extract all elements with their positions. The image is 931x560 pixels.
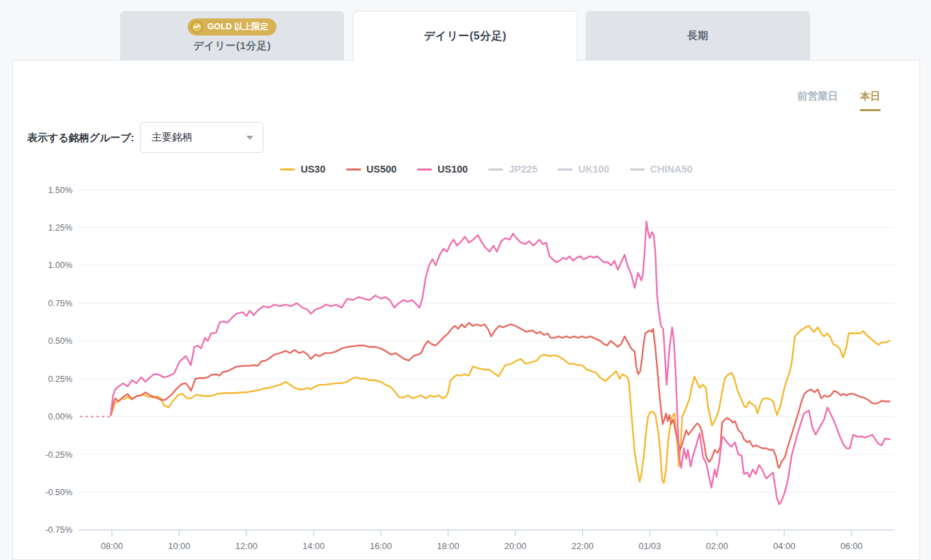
symbol-group-value: 主要銘柄 (152, 131, 192, 144)
y-axis-tick-label: 1.25% (48, 223, 72, 233)
symbol-group-label: 表示する銘柄グループ: (27, 132, 134, 145)
x-axis-tick-label: 01/03 (639, 541, 661, 551)
y-axis-tick-label: -0.25% (45, 450, 72, 460)
x-axis-tick-label: 02:00 (706, 541, 728, 551)
legend-item-uk100[interactable]: UK100 (558, 164, 609, 175)
legend-label: CHINA50 (650, 164, 693, 175)
y-axis-tick-label: 1.50% (48, 186, 72, 195)
y-axis-tick-label: 0.00% (48, 412, 72, 422)
x-axis-tick-label: 20:00 (504, 541, 527, 551)
y-axis-tick-label: -0.50% (45, 488, 72, 497)
x-axis-tick-label: 16:00 (370, 541, 392, 551)
us500-series-line (111, 323, 889, 468)
page: GOLD 以上限定 デイリー(1分足) デイリー(5分足) 長期 1.50%1.… (0, 0, 931, 560)
previous-business-day-link[interactable]: 前営業日 (797, 90, 838, 111)
x-axis-tick-label: 18:00 (437, 541, 459, 551)
us100-series-line (111, 222, 889, 505)
legend-item-china50[interactable]: CHINA50 (630, 164, 693, 175)
x-axis-tick-label: 22:00 (571, 541, 594, 551)
x-axis-tick-label: 06:00 (840, 541, 863, 551)
y-axis-tick-label: 1.00% (48, 261, 72, 270)
us30-series-line (111, 326, 889, 484)
legend-item-us500[interactable]: US500 (346, 164, 397, 175)
legend-label: JP225 (509, 164, 537, 175)
legend-label: UK100 (578, 164, 609, 175)
performance-chart: 1.50%1.25%1.00%0.75%0.50%0.25%0.00%-0.25… (0, 0, 931, 560)
legend-dash-icon (280, 168, 295, 171)
y-axis-tick-label: 0.50% (48, 336, 72, 346)
legend-item-jp225[interactable]: JP225 (488, 164, 537, 175)
tab-daily-5min[interactable]: デイリー(5分足) (353, 11, 577, 61)
legend-dash-icon (630, 168, 645, 171)
x-axis-tick-label: 10:00 (168, 541, 190, 551)
chevron-down-icon (246, 136, 253, 140)
chart-legend: US30US500US100JP225UK100CHINA50 (78, 164, 894, 175)
legend-label: US30 (300, 164, 325, 175)
legend-dash-icon (488, 168, 503, 171)
y-axis-tick-label: 0.25% (48, 374, 72, 384)
y-axis-tick-label: -0.75% (45, 525, 72, 535)
x-axis-tick-label: 12:00 (235, 541, 258, 551)
legend-item-us30[interactable]: US30 (280, 164, 325, 175)
x-axis-tick-label: 14:00 (302, 541, 325, 551)
legend-dash-icon (346, 168, 361, 171)
legend-dash-icon (417, 168, 432, 171)
legend-dash-icon (558, 168, 573, 171)
today-link[interactable]: 本日 (860, 90, 880, 111)
symbol-group-select[interactable]: 主要銘柄 (140, 122, 263, 153)
day-links: 前営業日 本日 (797, 90, 880, 111)
y-axis-tick-label: 0.75% (48, 299, 72, 308)
legend-label: US500 (367, 164, 397, 175)
x-axis-tick-label: 08:00 (101, 541, 124, 551)
x-axis-tick-label: 04:00 (773, 541, 796, 551)
tab-daily-5min-label: デイリー(5分足) (424, 29, 506, 44)
legend-item-us100[interactable]: US100 (417, 164, 468, 175)
legend-label: US100 (438, 164, 468, 175)
